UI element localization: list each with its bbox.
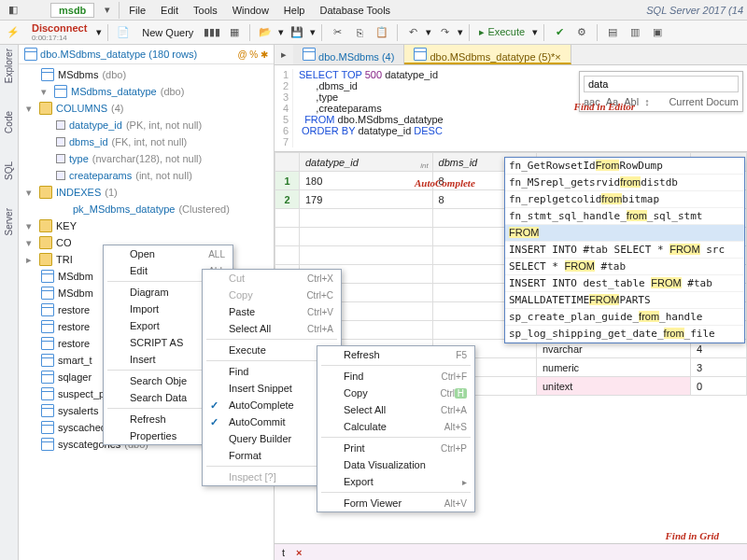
autocomplete-item[interactable]: SMALLDATETIMEFROMPARTS	[505, 292, 744, 309]
context-menu-grid[interactable]: RefreshF5FindCtrl+FCopyCtrl+CHSelect All…	[317, 345, 475, 512]
tree-label: MSdbm	[58, 285, 93, 301]
tool-icon-1[interactable]: ▤	[603, 23, 622, 42]
grid-cell[interactable]	[300, 228, 433, 246]
tree-label: smart_t	[58, 352, 92, 369]
menu-edit[interactable]: Edit	[153, 5, 186, 16]
menu-window[interactable]: Window	[225, 5, 276, 16]
grid-cell[interactable]: 179	[300, 190, 433, 209]
menu-database-tools[interactable]: Database Tools	[312, 5, 398, 16]
autocomplete-item[interactable]: INSERT INTO dest_table FROM #tab	[505, 275, 744, 292]
status-x-icon[interactable]: ×	[296, 547, 302, 558]
grid-cell[interactable]	[300, 246, 433, 265]
menu-item[interactable]: Select AllCtrl+A	[203, 320, 341, 337]
grid-cell[interactable]: 180	[300, 172, 433, 190]
autocomplete-item[interactable]: fn_replgetcolidfrombitmap	[505, 191, 744, 208]
connect-icon[interactable]: ⚡	[4, 23, 22, 42]
tab-msdbms[interactable]: dbo.MSdbms (4)	[293, 45, 404, 64]
tabs-menu-icon[interactable]: ▸	[275, 45, 293, 63]
tree-node[interactable]: datatype_id (PK, int, not null)	[54, 117, 274, 133]
dropdown-icon[interactable]: ▾	[98, 1, 117, 20]
menu-help[interactable]: Help	[276, 5, 313, 16]
menu-item[interactable]: Export▸	[317, 473, 474, 490]
menu-tools[interactable]: Tools	[186, 5, 225, 16]
redo-icon[interactable]: ↷	[435, 23, 454, 42]
sidetab-code[interactable]: Code	[4, 111, 14, 133]
menu-item[interactable]: PrintCtrl+P	[317, 440, 474, 456]
settings-icon[interactable]: ⚙	[572, 23, 591, 42]
grid-cell[interactable]: 0	[691, 377, 747, 396]
open-icon[interactable]: 📂	[256, 23, 275, 42]
autocomplete-item[interactable]: sp_log_shipping_get_date_from_file	[505, 326, 744, 343]
find-opt-case[interactable]: aac	[584, 96, 600, 107]
row-header[interactable]	[275, 228, 300, 246]
find-opt-aa[interactable]: Aa	[606, 96, 618, 107]
tool-icon-2[interactable]: ▥	[626, 23, 644, 42]
sql-code[interactable]: SELECT TOP 500 datatype_id ,dbms_id ,typ…	[293, 69, 444, 147]
autocomplete-item[interactable]: fn_GetRowsetIdFromRowDump	[505, 158, 744, 175]
menu-file[interactable]: File	[121, 5, 153, 16]
sidetab-server[interactable]: Server	[4, 208, 14, 235]
tab-msdbms-datatype[interactable]: dbo.MSdbms_datatype (5)*×	[404, 45, 571, 64]
disconnect-button[interactable]: Disconnect 0:00:17:14	[26, 22, 92, 42]
columns-icon[interactable]: ▮▮▮	[203, 23, 221, 42]
sidetab-sql[interactable]: SQL	[4, 161, 14, 180]
find-in-editor[interactable]: aac Aa Abl ↕ Current Docum	[579, 71, 743, 112]
tree-node[interactable]: createparams (int, not null)	[54, 167, 274, 184]
row-header[interactable]: 2	[275, 190, 300, 209]
save-icon[interactable]: 💾	[288, 23, 306, 42]
close-icon[interactable]: ×	[555, 51, 560, 63]
autocomplete-item[interactable]: sp_create_plan_guide_from_handle	[505, 309, 744, 326]
find-opt-regex[interactable]: ↕	[644, 96, 650, 107]
menu-item[interactable]: OpenALL	[104, 245, 233, 262]
autocomplete-item[interactable]: fn_MSrepl_getsrvidfromdistdb	[505, 175, 744, 191]
tree-node[interactable]: MSdbms (dbo)	[39, 66, 274, 83]
tree-node[interactable]: MSdbms_datatype (dbo)	[39, 83, 274, 100]
menu-item[interactable]: CalculateAlt+S	[317, 418, 474, 435]
autocomplete-item[interactable]: fn_stmt_sql_handle_from_sql_stmt	[505, 208, 744, 225]
tree-node[interactable]: INDEXES (1)	[24, 184, 274, 201]
check-icon[interactable]: ✔	[550, 23, 569, 42]
menu-item[interactable]: PasteCtrl+V	[203, 303, 341, 320]
autocomplete-item[interactable]: INSERT INTO #tab SELECT * FROM src	[505, 242, 744, 259]
menu-item[interactable]: CopyCtrl+CH	[317, 385, 474, 401]
menu-item[interactable]: RefreshF5	[317, 346, 474, 363]
cut-icon[interactable]: ✂	[328, 23, 346, 42]
tree-node[interactable]: pk_MSdbms_datatype (Clustered)	[54, 201, 274, 217]
sidetab-explorer[interactable]: Explorer	[4, 49, 14, 83]
grid-cell[interactable]	[300, 209, 433, 228]
tbl-icon	[41, 387, 54, 400]
grid-cell[interactable]: numeric	[536, 358, 690, 377]
paste-icon[interactable]: 📋	[373, 23, 391, 42]
grid-cell[interactable]: 3	[691, 358, 747, 377]
undo-icon[interactable]: ↶	[403, 23, 422, 42]
tree-node[interactable]: KEY	[24, 217, 274, 234]
autocomplete-popup[interactable]: fn_GetRowsetIdFromRowDumpfn_MSrepl_getsr…	[504, 157, 745, 343]
menu-item[interactable]: Form ViewerAlt+V	[317, 495, 474, 511]
tool-icon-3[interactable]: ▣	[648, 23, 667, 42]
new-query-button[interactable]: New Query	[136, 27, 199, 38]
find-input[interactable]	[584, 76, 739, 92]
menu-item[interactable]: Select AllCtrl+A	[317, 401, 474, 418]
tree-node[interactable]: COLUMNS (4)	[24, 100, 274, 117]
autocomplete-item[interactable]: FROM	[505, 225, 744, 242]
tree-node[interactable]: type (nvarchar(128), not null)	[54, 150, 274, 167]
row-header[interactable]	[275, 209, 300, 228]
tree-label: COLUMNS	[56, 100, 107, 117]
menu-item[interactable]: Data Visualization	[317, 456, 474, 473]
execute-button[interactable]: Execute	[475, 26, 529, 38]
col-icon	[56, 137, 65, 147]
grid-header[interactable]: datatype_idint	[300, 153, 433, 172]
find-scope[interactable]: Current Docum	[669, 96, 739, 107]
menu-item[interactable]: FindCtrl+F	[317, 368, 474, 385]
new-icon[interactable]: 📄	[114, 23, 133, 42]
tree-meta: (Clustered)	[178, 201, 229, 217]
copy-icon[interactable]: ⎘	[350, 23, 369, 42]
database-selector[interactable]: msdb	[50, 3, 94, 18]
grid-icon[interactable]: ▦	[225, 23, 244, 42]
tree-node[interactable]: dbms_id (FK, int, not null)	[54, 133, 274, 150]
find-opt-word[interactable]: Abl	[624, 96, 639, 107]
row-header[interactable]: 1	[275, 172, 300, 190]
row-header[interactable]	[275, 246, 300, 265]
autocomplete-item[interactable]: SELECT * FROM #tab	[505, 259, 744, 275]
grid-cell[interactable]: unitext	[536, 377, 690, 396]
